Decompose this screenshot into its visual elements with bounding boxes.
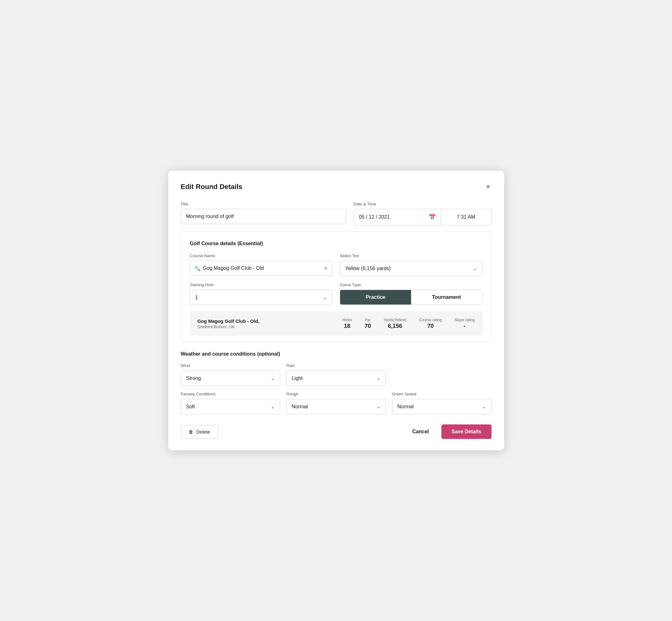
date-time-row: 05 / 12 / 2021 📅 7:31 AM <box>354 209 492 225</box>
trash-icon: 🗑 <box>189 429 194 434</box>
starting-hole-label: Starting Hole <box>190 282 333 287</box>
wind-dropdown[interactable]: Strong ⌄ <box>181 370 280 386</box>
fairway-group: Fairway Conditions Soft ⌄ <box>181 391 280 414</box>
yards-stat: Yards(Yellow) 6,156 <box>384 318 407 329</box>
rough-group: Rough Normal ⌄ <box>287 391 386 414</box>
practice-button[interactable]: Practice <box>340 290 411 304</box>
date-field[interactable]: 05 / 12 / 2021 📅 <box>354 209 441 225</box>
wind-group: Wind Strong ⌄ <box>181 363 280 386</box>
rain-label: Rain <box>287 363 386 368</box>
footer-row: 🗑 Delete Cancel Save Details <box>181 424 492 439</box>
title-input[interactable] <box>181 209 346 224</box>
conditions-section: Weather and course conditions (optional)… <box>181 351 492 414</box>
slope-rating-label: Slope rating <box>454 318 474 322</box>
close-button[interactable]: × <box>485 182 492 192</box>
delete-button[interactable]: 🗑 Delete <box>181 425 218 439</box>
wind-value: Strong <box>186 375 201 381</box>
golf-course-title: Golf Course details (Essential) <box>190 241 482 246</box>
modal-title: Edit Round Details <box>181 183 243 191</box>
hole-gametype-row: Starting Hole 1 ⌄ Game Type Practice Tou… <box>190 282 482 305</box>
course-rating-stat: Course rating 70 <box>419 318 442 329</box>
course-name-wrapper: 🔍 ✕ <box>190 261 333 276</box>
starting-hole-value: 1 <box>195 295 198 300</box>
chevron-down-icon: ⌄ <box>323 294 327 300</box>
datetime-label: Date & Time <box>354 202 492 206</box>
delete-label: Delete <box>197 429 210 434</box>
course-info-row: Gog Magog Golf Club - Old, Shelford Bott… <box>190 312 482 336</box>
wind-rain-row: Wind Strong ⌄ Rain Light ⌄ <box>181 363 492 386</box>
select-tee-label: Select Tee <box>340 253 482 258</box>
golf-course-section: Golf Course details (Essential) Course N… <box>181 232 492 342</box>
cancel-button[interactable]: Cancel <box>406 425 435 438</box>
time-value: 7:31 AM <box>457 214 475 220</box>
course-info-name: Gog Magog Golf Club - Old, Shelford Bott… <box>198 318 330 329</box>
fairway-rough-green-row: Fairway Conditions Soft ⌄ Rough Normal ⌄… <box>181 391 492 414</box>
holes-label: Holes <box>342 318 352 322</box>
yards-label: Yards(Yellow) <box>384 318 407 322</box>
par-label: Par <box>365 318 371 322</box>
title-datetime-row: Title Date & Time 05 / 12 / 2021 📅 7:31 … <box>181 202 492 225</box>
footer-right: Cancel Save Details <box>406 424 492 439</box>
chevron-down-icon: ⌄ <box>473 265 477 272</box>
rough-dropdown[interactable]: Normal ⌄ <box>287 399 386 414</box>
chevron-down-icon: ⌄ <box>271 404 275 410</box>
chevron-down-icon: ⌄ <box>271 375 275 381</box>
holes-stat: Holes 18 <box>342 318 352 329</box>
slope-rating-stat: Slope rating - <box>454 318 474 329</box>
course-name-group: Course Name 🔍 ✕ <box>190 253 333 276</box>
date-value: 05 / 12 / 2021 <box>359 214 390 220</box>
course-name-display: Gog Magog Golf Club - Old, <box>198 318 330 324</box>
conditions-title: Weather and course conditions (optional) <box>181 351 492 357</box>
clear-course-icon[interactable]: ✕ <box>324 265 328 272</box>
course-rating-value: 70 <box>427 323 433 329</box>
rain-dropdown[interactable]: Light ⌄ <box>287 370 386 386</box>
save-button[interactable]: Save Details <box>442 424 491 439</box>
green-speed-label: Green Speed <box>392 391 492 396</box>
fairway-dropdown[interactable]: Soft ⌄ <box>181 399 280 414</box>
datetime-group: Date & Time 05 / 12 / 2021 📅 7:31 AM <box>354 202 492 225</box>
starting-hole-group: Starting Hole 1 ⌄ <box>190 282 333 305</box>
par-stat: Par 70 <box>365 318 371 329</box>
select-tee-group: Select Tee Yellow (6,156 yards) ⌄ <box>340 253 482 276</box>
par-value: 70 <box>365 323 371 329</box>
course-location: Shelford Bottom, UK <box>198 324 330 329</box>
calendar-icon: 📅 <box>429 214 436 220</box>
rain-group: Rain Light ⌄ <box>287 363 386 386</box>
fairway-value: Soft <box>186 404 195 410</box>
rain-value: Light <box>292 375 303 381</box>
yards-value: 6,156 <box>388 323 402 329</box>
starting-hole-dropdown[interactable]: 1 ⌄ <box>190 290 333 305</box>
select-tee-value: Yellow (6,156 yards) <box>345 266 390 272</box>
chevron-down-icon: ⌄ <box>376 375 380 381</box>
select-tee-dropdown[interactable]: Yellow (6,156 yards) ⌄ <box>340 261 482 276</box>
course-name-input[interactable] <box>190 261 333 276</box>
title-label: Title <box>181 202 346 206</box>
game-type-group: Game Type Practice Tournament <box>340 282 482 305</box>
modal-header: Edit Round Details × <box>181 182 492 192</box>
slope-rating-value: - <box>463 323 465 329</box>
game-type-toggle: Practice Tournament <box>340 290 482 305</box>
course-rating-label: Course rating <box>419 318 442 322</box>
edit-round-modal: Edit Round Details × Title Date & Time 0… <box>168 171 504 450</box>
wind-label: Wind <box>181 363 280 368</box>
title-group: Title <box>181 202 346 225</box>
game-type-label: Game Type <box>340 282 482 287</box>
chevron-down-icon: ⌄ <box>482 404 486 410</box>
holes-value: 18 <box>344 323 350 329</box>
green-speed-dropdown[interactable]: Normal ⌄ <box>392 399 492 414</box>
chevron-down-icon: ⌄ <box>376 404 380 410</box>
green-speed-group: Green Speed Normal ⌄ <box>392 391 492 414</box>
tournament-button[interactable]: Tournament <box>411 290 482 304</box>
course-tee-row: Course Name 🔍 ✕ Select Tee Yellow (6,156… <box>190 253 482 276</box>
fairway-label: Fairway Conditions <box>181 391 280 396</box>
green-speed-value: Normal <box>397 404 414 410</box>
course-name-label: Course Name <box>190 253 333 258</box>
rough-value: Normal <box>292 404 308 410</box>
time-field[interactable]: 7:31 AM <box>441 209 492 225</box>
rough-label: Rough <box>287 391 386 396</box>
search-icon: 🔍 <box>194 265 201 272</box>
